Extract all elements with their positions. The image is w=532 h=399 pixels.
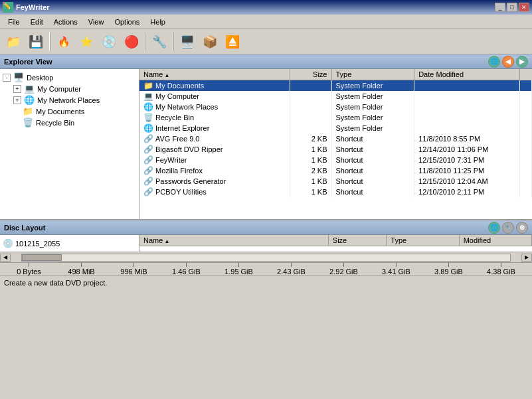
file-size-cell bbox=[290, 91, 331, 102]
mynetwork-label: My Network Places bbox=[37, 96, 100, 104]
tree-item-desktop[interactable]: - 🖥️ Desktop bbox=[3, 72, 136, 83]
file-table: Name Size Type Date Modified 📁My Documen… bbox=[139, 69, 532, 197]
disc-col-name[interactable]: Name bbox=[139, 235, 328, 246]
desktop-children: + 💻 My Computer + 🌐 My Network Places 📁 … bbox=[3, 83, 136, 128]
disc-tree[interactable]: 💿 101215_2055 bbox=[0, 235, 139, 252]
disc-globe-icon[interactable]: 🌐 bbox=[488, 222, 500, 234]
capacity-segment: 1.46 GiB bbox=[160, 263, 213, 276]
capacity-segment: 996 MiB bbox=[108, 263, 160, 276]
menu-edit[interactable]: Edit bbox=[25, 17, 48, 27]
tree-item-mynetwork[interactable]: + 🌐 My Network Places bbox=[13, 94, 136, 106]
capacity-segment: 2.92 GiB bbox=[317, 263, 370, 276]
expand-desktop[interactable]: - bbox=[3, 74, 11, 82]
disc-scrollbar-area: ◀ ▶ bbox=[0, 252, 532, 262]
col-header-date[interactable]: Date Modified bbox=[414, 69, 520, 80]
capacity-segment: 4.38 GiB bbox=[475, 263, 527, 276]
menu-file[interactable]: File bbox=[3, 17, 25, 27]
explorer-tree[interactable]: - 🖥️ Desktop + 💻 My Computer + 🌐 My Netw… bbox=[0, 69, 139, 219]
col-header-type[interactable]: Type bbox=[331, 69, 414, 80]
file-name-cell: 🔗FeyWriter bbox=[139, 155, 290, 165]
file-type-cell: System Folder bbox=[331, 123, 414, 133]
recyclebin-icon: 🗑️ bbox=[23, 118, 33, 127]
file-date-cell: 12/15/2010 12:04 AM bbox=[414, 176, 520, 187]
explorer-file-list[interactable]: Name Size Type Date Modified 📁My Documen… bbox=[139, 69, 532, 219]
file-name-cell: 💻My Computer bbox=[139, 91, 290, 102]
window-title: FeyWriter bbox=[16, 3, 50, 11]
table-row[interactable]: 🔗FeyWriter 1 KB Shortcut 12/15/2010 7:31… bbox=[139, 155, 532, 165]
explorer-content: - 🖥️ Desktop + 💻 My Computer + 🌐 My Netw… bbox=[0, 69, 532, 219]
eject-btn[interactable]: ⏏️ bbox=[222, 31, 243, 52]
file-name-cell: 🌐My Network Places bbox=[139, 102, 290, 112]
disc-content: 💿 101215_2055 Name Size Type Modified bbox=[0, 235, 532, 252]
maximize-button[interactable]: □ bbox=[507, 3, 517, 12]
disc-col-size[interactable]: Size bbox=[328, 235, 386, 246]
explorer-forward-icon[interactable]: ▶ bbox=[516, 56, 528, 68]
explorer-globe-icon[interactable]: 🌐 bbox=[488, 56, 500, 68]
file-name-cell: 🌐Internet Explorer bbox=[139, 123, 290, 133]
scrollbar-thumb[interactable] bbox=[22, 254, 62, 261]
expand-mynetwork[interactable]: + bbox=[13, 96, 21, 104]
disc-stop-icon[interactable]: ⊗ bbox=[516, 222, 528, 234]
scroll-right-arrow[interactable]: ▶ bbox=[521, 254, 532, 262]
toolbar-separator-3 bbox=[173, 33, 174, 51]
file-size-cell bbox=[290, 102, 331, 112]
expand-mycomputer[interactable]: + bbox=[13, 85, 21, 93]
file-type-cell: System Folder bbox=[331, 112, 414, 123]
file-type-cell: Shortcut bbox=[331, 155, 414, 165]
table-row[interactable]: 🔗Bigasoft DVD Ripper 1 KB Shortcut 12/14… bbox=[139, 144, 532, 155]
monitor-btn[interactable]: 🖥️ bbox=[177, 31, 198, 52]
file-date-cell: 12/10/2010 2:11 PM bbox=[414, 187, 520, 197]
tree-item-mycomputer[interactable]: + 💻 My Computer bbox=[13, 83, 136, 94]
toolbar-separator-2 bbox=[145, 33, 146, 51]
disc-btn[interactable]: 💿 bbox=[98, 31, 120, 52]
minimize-button[interactable]: _ bbox=[495, 3, 505, 12]
col-header-name[interactable]: Name bbox=[139, 69, 290, 80]
menu-actions[interactable]: Actions bbox=[48, 17, 83, 27]
table-row[interactable]: 💻My Computer System Folder bbox=[139, 91, 532, 102]
file-size-cell: 1 KB bbox=[290, 144, 331, 155]
table-row[interactable]: 🔗Mozilla Firefox 2 KB Shortcut 11/8/2010… bbox=[139, 165, 532, 176]
menu-help[interactable]: Help bbox=[145, 17, 171, 27]
table-row[interactable]: 🔗AVG Free 9.0 2 KB Shortcut 11/8/2010 8:… bbox=[139, 133, 532, 144]
burn-btn[interactable]: 🔥 bbox=[53, 31, 74, 52]
table-row[interactable]: 🗑️Recycle Bin System Folder bbox=[139, 112, 532, 123]
col-header-size[interactable]: Size bbox=[290, 69, 331, 80]
file-type-cell: System Folder bbox=[331, 91, 414, 102]
table-row[interactable]: 🔗PCBOY Utilities 1 KB Shortcut 12/10/201… bbox=[139, 187, 532, 197]
close-button[interactable]: ✕ bbox=[519, 3, 529, 12]
save-btn[interactable]: 💾 bbox=[25, 31, 46, 52]
table-row[interactable]: 🔗Passwords Generator 1 KB Shortcut 12/15… bbox=[139, 176, 532, 187]
disc-col-modified[interactable]: Modified bbox=[459, 235, 531, 246]
disc-tree-item-0[interactable]: 💿 101215_2055 bbox=[3, 238, 136, 249]
disc-file-panel[interactable]: Name Size Type Modified bbox=[139, 235, 532, 252]
file-date-cell bbox=[414, 80, 520, 92]
tree-item-recyclebin[interactable]: 🗑️ Recycle Bin bbox=[13, 117, 136, 128]
desktop-label: Desktop bbox=[27, 74, 53, 82]
erase-btn[interactable]: 🔴 bbox=[121, 31, 142, 52]
disc-col-type[interactable]: Type bbox=[387, 235, 459, 246]
explorer-back-icon[interactable]: ◀ bbox=[502, 56, 514, 68]
file-date-cell bbox=[414, 91, 520, 102]
file-type-cell: System Folder bbox=[331, 80, 414, 92]
mydocs-label: My Documents bbox=[36, 108, 84, 116]
file-size-cell: 2 KB bbox=[290, 133, 331, 144]
scroll-left-arrow[interactable]: ◀ bbox=[0, 254, 11, 262]
add-btn[interactable]: ⭐ bbox=[76, 31, 97, 52]
horizontal-scrollbar[interactable] bbox=[21, 254, 511, 262]
open-folder-btn[interactable]: 📁 bbox=[3, 31, 24, 52]
tree-item-mydocs[interactable]: 📁 My Documents bbox=[13, 106, 136, 117]
table-row[interactable]: 📁My Documents System Folder bbox=[139, 80, 532, 92]
status-text: Create a new data DVD project. bbox=[4, 279, 107, 287]
drive-btn[interactable]: 📦 bbox=[199, 31, 221, 52]
menu-view[interactable]: View bbox=[83, 17, 110, 27]
file-date-cell bbox=[414, 102, 520, 112]
table-row[interactable]: 🌐Internet Explorer System Folder bbox=[139, 123, 532, 133]
tools-btn[interactable]: 🔧 bbox=[149, 31, 170, 52]
file-size-cell bbox=[290, 123, 331, 133]
menu-options[interactable]: Options bbox=[109, 17, 145, 27]
disc-tools-icon[interactable]: 🔧 bbox=[502, 222, 514, 234]
explorer-header: Explorer View 🌐 ◀ ▶ bbox=[0, 54, 532, 69]
file-table-body: 📁My Documents System Folder 💻My Computer… bbox=[139, 80, 532, 198]
table-row[interactable]: 🌐My Network Places System Folder bbox=[139, 102, 532, 112]
capacity-segment: 3.89 GiB bbox=[422, 263, 475, 276]
